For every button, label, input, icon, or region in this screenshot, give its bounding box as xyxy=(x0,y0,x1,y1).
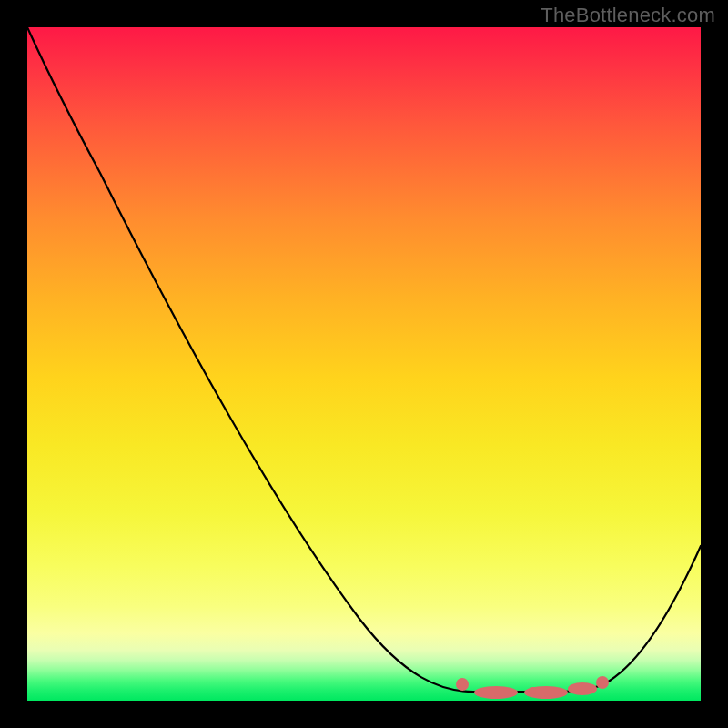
optimal-marker-dot xyxy=(529,687,536,694)
optimal-marker-blob xyxy=(474,686,518,699)
optimal-marker-dot xyxy=(456,678,469,691)
optimal-marker-blob xyxy=(568,682,597,695)
optimal-marker-dot xyxy=(596,676,609,689)
watermark-label: TheBottleneck.com xyxy=(541,4,715,27)
bottleneck-curve-svg xyxy=(27,27,701,701)
chart-container: TheBottleneck.com xyxy=(0,0,728,728)
bottleneck-curve-line xyxy=(27,27,701,692)
plot-area xyxy=(27,27,701,701)
